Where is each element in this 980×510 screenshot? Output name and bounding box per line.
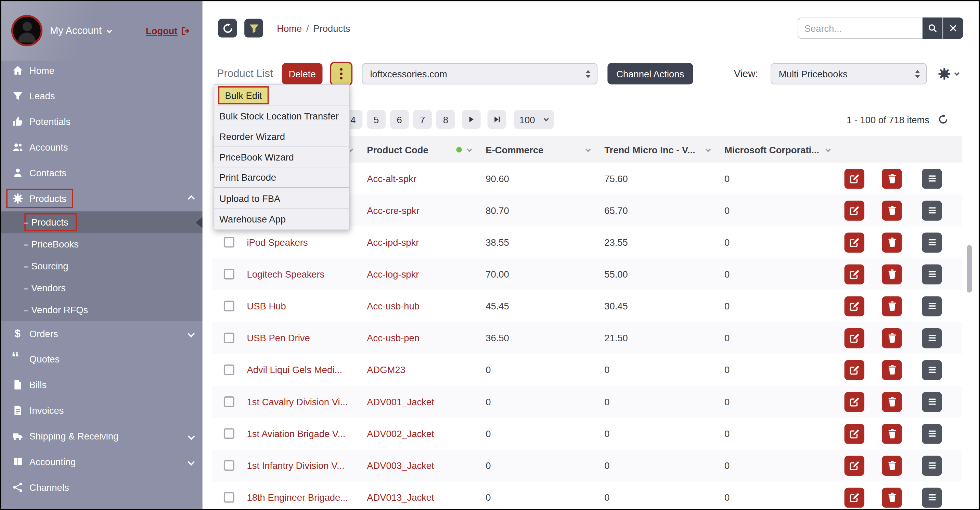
row-menu-button[interactable] <box>922 328 942 348</box>
product-code-link[interactable]: Acc-log-spkr <box>367 269 419 279</box>
product-name-link[interactable]: USB Pen Drive <box>247 333 310 343</box>
sidebar-item-home[interactable]: Home <box>2 57 202 83</box>
delete-row-button[interactable] <box>882 200 902 220</box>
microsoft-column-header[interactable]: Microsoft Corporati... <box>715 136 835 163</box>
row-checkbox[interactable] <box>224 301 234 311</box>
avatar[interactable] <box>11 15 43 46</box>
my-account-menu[interactable]: My Account <box>50 25 111 36</box>
product-name-link[interactable]: 1st Infantry Division V... <box>247 460 344 471</box>
row-checkbox[interactable] <box>224 428 234 439</box>
delete-row-button[interactable] <box>882 360 902 379</box>
row-menu-button[interactable] <box>922 264 942 284</box>
delete-row-button[interactable] <box>882 168 902 188</box>
delete-row-button[interactable] <box>882 264 902 284</box>
page-button[interactable]: 5 <box>367 110 386 129</box>
row-checkbox[interactable] <box>224 365 234 375</box>
channel-actions-button[interactable]: Channel Actions <box>608 63 693 84</box>
sidebar-subitem-vendors[interactable]: Vendors <box>2 277 202 299</box>
row-menu-button[interactable] <box>922 360 942 379</box>
delete-row-button[interactable] <box>882 392 902 411</box>
clear-search-button[interactable] <box>943 18 963 39</box>
menu-item-print-barcode[interactable]: Print Barcode <box>215 168 350 188</box>
sidebar-subitem-products[interactable]: Products <box>2 211 202 233</box>
edit-row-button[interactable] <box>845 488 864 507</box>
row-checkbox[interactable] <box>224 269 234 279</box>
sidebar-item-potentials[interactable]: Potentials <box>2 109 202 134</box>
edit-row-button[interactable] <box>845 456 864 475</box>
edit-row-button[interactable] <box>845 296 864 316</box>
product-code-link[interactable]: ADV003_Jacket <box>367 460 434 471</box>
sidebar-item-bills[interactable]: Bills <box>2 372 202 398</box>
row-menu-button[interactable] <box>922 423 942 443</box>
row-checkbox[interactable] <box>224 460 234 471</box>
product-code-link[interactable]: Acc-ipd-spkr <box>367 237 419 247</box>
edit-row-button[interactable] <box>845 392 864 411</box>
delete-row-button[interactable] <box>882 296 902 316</box>
product-code-link[interactable]: ADV001_Jacket <box>367 396 434 407</box>
product-name-link[interactable]: Logitech Speakers <box>247 269 325 279</box>
trend-micro-column-header[interactable]: Trend Micro Inc - V... <box>595 136 715 163</box>
sidebar-item-invoices[interactable]: Invoices <box>2 398 202 423</box>
menu-item-pricebook-wizard[interactable]: PriceBook Wizard <box>215 147 350 167</box>
row-checkbox[interactable] <box>224 492 234 502</box>
product-code-link[interactable]: ADGM23 <box>367 365 406 375</box>
edit-row-button[interactable] <box>845 200 864 220</box>
row-checkbox[interactable] <box>224 237 234 247</box>
menu-item-warehouse-app[interactable]: Warehouse App <box>215 209 350 230</box>
search-input[interactable] <box>798 18 923 39</box>
sidebar-subitem-pricebooks[interactable]: PriceBooks <box>2 233 202 255</box>
channel-select[interactable]: loftxcessories.com <box>362 63 598 84</box>
product-name-link[interactable]: 1st Aviation Brigade V... <box>247 428 345 439</box>
product-name-link[interactable]: USB Hub <box>247 301 286 311</box>
page-button[interactable]: 8 <box>436 110 455 129</box>
row-menu-button[interactable] <box>922 168 942 188</box>
row-menu-button[interactable] <box>922 296 942 316</box>
sidebar-item-shipping-receiving[interactable]: Shipping & Receiving <box>2 423 202 449</box>
product-code-link[interactable]: ADV002_Jacket <box>367 428 434 439</box>
product-code-link[interactable]: ADV013_Jacket <box>367 492 434 502</box>
product-name-link[interactable]: Advil Liqui Gels Medi... <box>247 365 342 375</box>
row-menu-button[interactable] <box>922 233 942 252</box>
sidebar-item-orders[interactable]: $ Orders <box>2 321 202 346</box>
delete-button[interactable]: Delete <box>282 63 322 84</box>
sidebar-item-quotes[interactable]: “ Quotes <box>2 346 202 372</box>
ecommerce-column-header[interactable]: E-Commerce <box>476 136 595 163</box>
menu-item-bulk-edit[interactable]: Bulk Edit <box>215 85 350 105</box>
menu-item-bulk-stock-location-transfer[interactable]: Bulk Stock Location Transfer <box>215 106 350 126</box>
sidebar-item-contacts[interactable]: Contacts <box>2 160 202 186</box>
delete-row-button[interactable] <box>882 233 902 252</box>
row-checkbox[interactable] <box>224 396 234 407</box>
edit-row-button[interactable] <box>845 233 864 252</box>
vertical-scrollbar[interactable] <box>967 245 972 293</box>
settings-gear-button[interactable] <box>938 67 959 80</box>
filter-button[interactable] <box>244 19 263 38</box>
next-page-button[interactable] <box>462 110 481 129</box>
product-name-link[interactable]: iPod Speakers <box>247 237 308 247</box>
sidebar-item-products[interactable]: Products <box>2 185 202 211</box>
edit-row-button[interactable] <box>845 328 864 348</box>
product-code-link[interactable]: Acc-alt-spkr <box>367 173 417 184</box>
sidebar-item-accounting[interactable]: Accounting <box>2 449 202 474</box>
menu-item-upload-to-fba[interactable]: Upload to FBA <box>215 188 350 209</box>
edit-row-button[interactable] <box>845 264 864 284</box>
row-menu-button[interactable] <box>922 392 942 411</box>
edit-row-button[interactable] <box>845 423 864 443</box>
product-name-link[interactable]: 1st Cavalry Division Vi... <box>247 396 348 407</box>
product-code-column-header[interactable]: Product Code <box>358 136 476 163</box>
page-size-select[interactable]: 100 <box>514 110 554 129</box>
search-button[interactable] <box>923 18 942 39</box>
product-code-link[interactable]: Acc-usb-pen <box>367 333 420 343</box>
row-checkbox[interactable] <box>224 333 234 343</box>
view-select[interactable]: Multi Pricebooks <box>771 63 927 84</box>
last-page-button[interactable] <box>488 110 506 129</box>
delete-row-button[interactable] <box>882 328 902 348</box>
delete-row-button[interactable] <box>882 488 902 507</box>
delete-row-button[interactable] <box>882 423 902 443</box>
row-menu-button[interactable] <box>922 200 942 220</box>
sidebar-subitem-vendor-rfqs[interactable]: Vendor RFQs <box>2 299 202 321</box>
bulk-actions-kebab-button[interactable] <box>330 62 353 86</box>
sidebar-subitem-sourcing[interactable]: Sourcing <box>2 255 202 277</box>
refresh-button[interactable] <box>218 19 237 38</box>
breadcrumb-home-link[interactable]: Home <box>277 23 302 33</box>
page-button[interactable]: 6 <box>390 110 409 129</box>
